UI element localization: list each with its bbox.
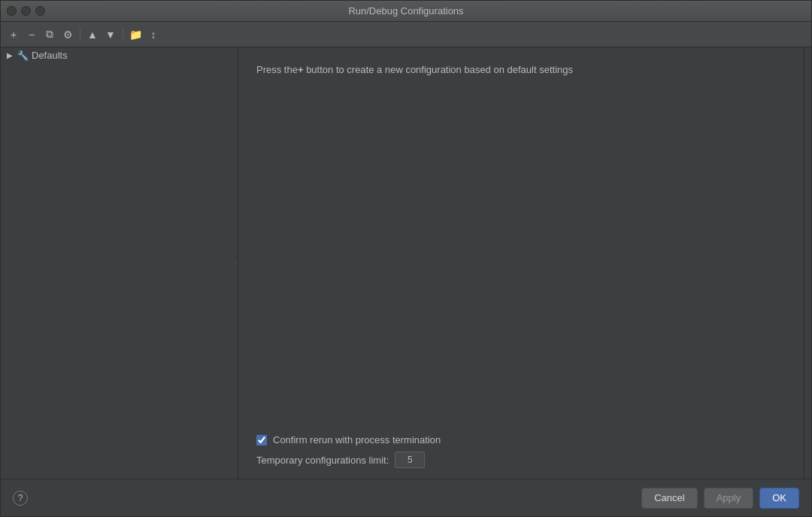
footer-right: Cancel Apply OK xyxy=(641,488,799,509)
ok-button[interactable]: OK xyxy=(759,488,799,509)
new-folder-button[interactable]: 📁 xyxy=(127,26,144,43)
temp-limit-label: Temporary configurations limit: xyxy=(256,455,389,466)
configuration-details-panel: Press the+ button to create a new config… xyxy=(238,47,804,479)
dialog-footer: ? Cancel Apply OK xyxy=(1,479,811,516)
remove-configuration-button[interactable]: − xyxy=(23,26,40,43)
hint-text: Press the+ button to create a new config… xyxy=(256,64,573,75)
sort-button[interactable]: ↕ xyxy=(145,26,162,43)
bottom-settings-area: Confirm rerun with process termination T… xyxy=(238,425,804,479)
right-scrollbar[interactable] xyxy=(804,47,811,479)
configurations-tree: ▶ 🔧 Defaults ⋮ xyxy=(1,47,238,479)
resize-dots-icon: ⋮ xyxy=(234,260,239,266)
tree-arrow-defaults: ▶ xyxy=(7,51,14,59)
hint-area: Press the+ button to create a new config… xyxy=(238,47,804,425)
copy-configuration-button[interactable]: ⧉ xyxy=(41,26,58,43)
toolbar-separator-2 xyxy=(123,28,123,41)
temp-limit-row: Temporary configurations limit: xyxy=(256,452,789,468)
confirm-rerun-row: Confirm rerun with process termination xyxy=(256,434,789,446)
run-debug-configurations-dialog: Run/Debug Configurations + − ⧉ ⚙ ▲ ▼ 📁 ↕… xyxy=(0,0,812,517)
settings-button[interactable]: ⚙ xyxy=(59,26,76,43)
resize-handle[interactable]: ⋮ xyxy=(235,47,238,479)
main-content: ▶ 🔧 Defaults ⋮ Press the+ button to crea… xyxy=(1,47,811,479)
hint-prefix: Press the xyxy=(256,64,298,75)
footer-left: ? xyxy=(13,491,28,506)
configurations-toolbar: + − ⧉ ⚙ ▲ ▼ 📁 ↕ xyxy=(1,22,811,47)
confirm-rerun-label: Confirm rerun with process termination xyxy=(273,434,441,446)
title-bar: Run/Debug Configurations xyxy=(1,1,811,22)
move-down-button[interactable]: ▼ xyxy=(102,26,119,43)
apply-button[interactable]: Apply xyxy=(704,488,754,509)
maximize-button[interactable] xyxy=(35,6,45,16)
confirm-rerun-checkbox[interactable] xyxy=(256,435,267,446)
add-configuration-button[interactable]: + xyxy=(5,26,22,43)
cancel-button[interactable]: Cancel xyxy=(641,488,697,509)
toolbar-separator-1 xyxy=(80,28,80,41)
hint-plus: + xyxy=(298,64,304,75)
traffic-lights xyxy=(7,6,45,16)
help-button[interactable]: ? xyxy=(13,491,28,506)
close-button[interactable] xyxy=(7,6,17,16)
window-title: Run/Debug Configurations xyxy=(348,5,463,17)
tree-item-defaults[interactable]: ▶ 🔧 Defaults xyxy=(1,47,238,63)
hint-suffix: button to create a new configuration bas… xyxy=(304,64,573,75)
defaults-label: Defaults xyxy=(32,50,68,61)
defaults-icon: 🔧 xyxy=(17,50,29,61)
move-up-button[interactable]: ▲ xyxy=(84,26,101,43)
temp-limit-input[interactable] xyxy=(395,452,425,468)
minimize-button[interactable] xyxy=(21,6,31,16)
